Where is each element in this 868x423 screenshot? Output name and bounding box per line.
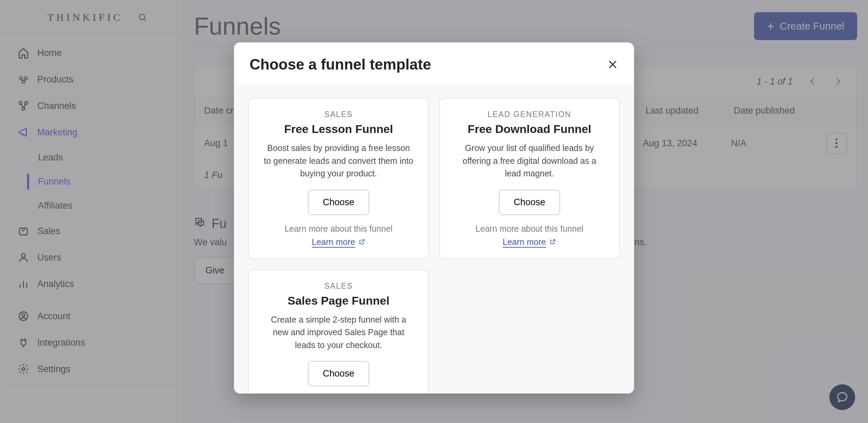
card-category: SALES <box>260 110 417 119</box>
close-icon[interactable] <box>607 59 618 70</box>
card-description: Grow your list of qualified leads by off… <box>451 142 608 180</box>
card-description: Create a simple 2-step funnel with a new… <box>260 313 417 352</box>
template-card-free-download: LEAD GENERATION Free Download Funnel Gro… <box>439 98 620 259</box>
card-title: Free Lesson Funnel <box>260 122 417 136</box>
modal-header: Choose a funnel template <box>234 42 634 85</box>
choose-button[interactable]: Choose <box>308 361 369 386</box>
choose-button[interactable]: Choose <box>308 190 369 215</box>
external-link-icon <box>549 238 556 245</box>
learn-more-link[interactable]: Learn more <box>503 237 556 247</box>
funnel-template-modal: Choose a funnel template SALES Free Less… <box>234 42 634 393</box>
modal-body: SALES Free Lesson Funnel Boost sales by … <box>234 85 634 393</box>
card-title: Free Download Funnel <box>451 122 608 136</box>
choose-button[interactable]: Choose <box>499 190 560 215</box>
learn-label: Learn more about this funnel <box>451 224 608 234</box>
card-title: Sales Page Funnel <box>260 294 417 307</box>
modal-title: Choose a funnel template <box>250 56 431 73</box>
learn-label: Learn more about this funnel <box>260 224 417 234</box>
template-card-sales-page: SALES Sales Page Funnel Create a simple … <box>248 269 429 394</box>
card-description: Boost sales by providing a free lesson t… <box>260 142 417 180</box>
card-category: LEAD GENERATION <box>451 110 608 119</box>
learn-more-link[interactable]: Learn more <box>312 237 366 247</box>
template-card-free-lesson: SALES Free Lesson Funnel Boost sales by … <box>248 98 429 259</box>
card-category: SALES <box>260 282 417 291</box>
external-link-icon <box>358 238 365 245</box>
